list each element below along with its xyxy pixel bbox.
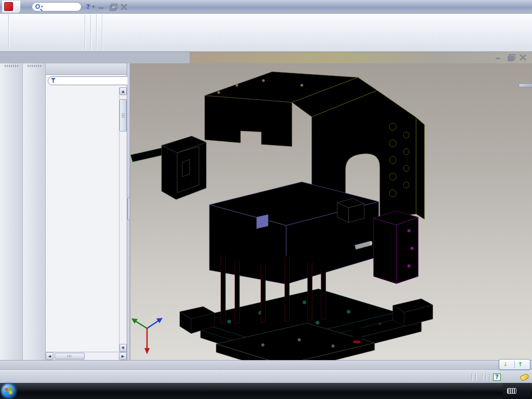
document-window-controls xyxy=(495,54,527,60)
windows-flag-icon xyxy=(5,387,12,395)
network-speed-widget[interactable] xyxy=(499,359,530,370)
scroll-left-icon[interactable]: ◀ xyxy=(46,352,54,360)
part-slide-block[interactable] xyxy=(374,211,418,284)
model-view[interactable] xyxy=(130,63,532,360)
task-pane-strip xyxy=(518,83,532,87)
tree-filter-box[interactable] xyxy=(48,76,135,85)
graphics-area[interactable] xyxy=(130,63,532,360)
keyboard-layout-icon[interactable] xyxy=(507,388,516,394)
system-tray xyxy=(503,383,531,399)
toolbar-grip[interactable] xyxy=(28,65,41,67)
help-icon[interactable] xyxy=(84,3,92,11)
command-manager-ribbon xyxy=(0,14,532,52)
upload-arrow-icon xyxy=(518,361,523,368)
scroll-up-icon[interactable]: ▲ xyxy=(119,87,127,95)
filter-funnel-icon xyxy=(51,78,56,83)
tree-vertical-scrollbar[interactable]: ▲ ▼ xyxy=(119,87,127,352)
doc-restore-button[interactable] xyxy=(507,54,514,60)
tree-horizontal-scrollbar[interactable]: ◀ ▶ xyxy=(46,352,127,360)
search-box[interactable]: ▾ xyxy=(32,2,82,11)
windows-taskbar xyxy=(0,383,532,399)
sketch-utility-group xyxy=(97,15,102,50)
minimize-button[interactable] xyxy=(98,4,105,10)
feature-tooltip xyxy=(386,260,391,261)
features-toolbar xyxy=(0,63,23,360)
search-icon xyxy=(35,4,40,9)
highlighted-sketch-mark xyxy=(380,243,387,249)
quick-tips-icon[interactable] xyxy=(493,374,501,381)
scroll-thumb[interactable] xyxy=(55,353,85,360)
part-handle-bar[interactable] xyxy=(130,148,165,162)
sketch-tools-group xyxy=(85,15,91,50)
surfaces-toolbar xyxy=(23,63,46,360)
tag-icon[interactable] xyxy=(520,373,530,381)
part-rail-right[interactable] xyxy=(393,299,433,326)
doc-minimize-button[interactable] xyxy=(495,54,502,60)
title-bar: ▾ ▾ xyxy=(0,0,532,14)
help-dropdown-icon[interactable]: ▾ xyxy=(92,5,95,9)
reference-triad xyxy=(131,318,163,354)
toolbar-grip[interactable] xyxy=(5,65,18,67)
solidworks-window: ▾ ▾ xyxy=(0,0,532,399)
search-input[interactable] xyxy=(45,3,74,10)
window-controls xyxy=(98,4,128,10)
close-button[interactable] xyxy=(121,4,128,10)
scroll-down-icon[interactable]: ▼ xyxy=(119,344,127,352)
model-tabs-row xyxy=(0,360,532,370)
part-connector-box[interactable] xyxy=(337,198,364,222)
app-logo xyxy=(2,1,20,13)
search-scope-chevron-icon[interactable]: ▾ xyxy=(41,5,43,9)
download-arrow-icon xyxy=(503,361,508,368)
part-clamp-block[interactable] xyxy=(162,136,206,200)
status-bar xyxy=(0,370,532,383)
sketch-group xyxy=(3,15,9,50)
doc-close-button[interactable] xyxy=(520,54,527,60)
part-stop-cylinder[interactable] xyxy=(353,326,361,343)
viewport-top-edge xyxy=(190,52,532,63)
start-button[interactable] xyxy=(1,383,16,398)
restore-button[interactable] xyxy=(109,4,116,10)
filter-row xyxy=(46,75,127,86)
feature-manager-tabs xyxy=(46,63,127,75)
scroll-right-icon[interactable]: ▶ xyxy=(119,352,127,360)
pattern-tools-group xyxy=(91,15,97,50)
tree-filter-input[interactable] xyxy=(58,77,131,84)
feature-tree xyxy=(46,86,127,352)
scroll-thumb[interactable] xyxy=(119,99,127,131)
solidworks-logo-icon xyxy=(4,2,13,11)
command-tab-strip xyxy=(0,52,532,63)
sketch-entities-group xyxy=(9,15,85,50)
feature-manager-panel: ▲ ▼ ◀ ▶ xyxy=(46,63,127,360)
command-tabs xyxy=(0,52,190,63)
